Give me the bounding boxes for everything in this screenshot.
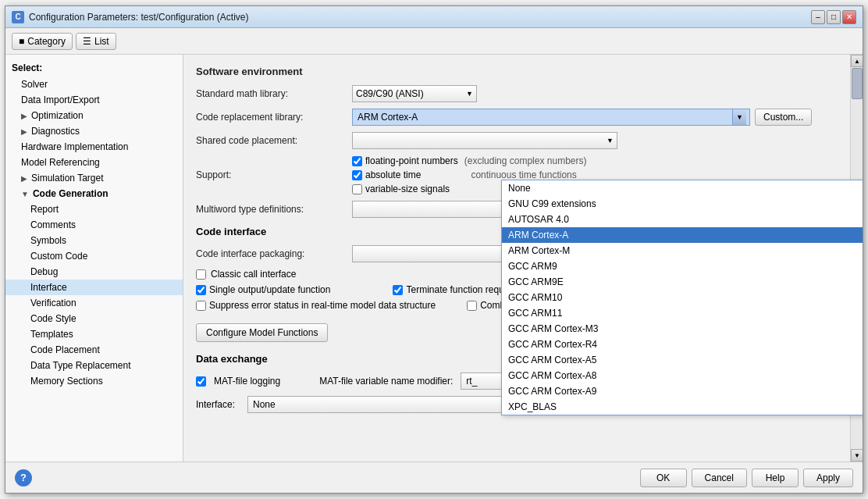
sidebar-item-optimization[interactable]: ▶Optimization: [5, 108, 183, 123]
option-gcc-arm-cortex-m3[interactable]: GCC ARM Cortex-M3: [502, 321, 863, 337]
mat-variable-label: MAT-file variable name modifier:: [319, 376, 453, 387]
title-bar: C Configuration Parameters: test/Configu…: [5, 6, 863, 28]
option-gcc-arm-cortex-a9[interactable]: GCC ARM Cortex-A9: [502, 383, 863, 399]
sidebar-item-templates[interactable]: Templates: [5, 326, 183, 342]
code-repl-arrow-icon: ▼: [732, 109, 746, 125]
std-math-arrow-icon: ▼: [466, 90, 473, 98]
shared-code-row: Shared code placement: ▼: [196, 132, 850, 149]
minimize-button[interactable]: –: [811, 10, 825, 24]
code-repl-row: Code replacement library: ARM Cortex-A ▼…: [196, 109, 850, 126]
abs-time-suffix: continuous time functions: [471, 169, 576, 180]
std-math-control: C89/C90 (ANSI) ▼: [352, 85, 477, 102]
help-icon[interactable]: ?: [15, 469, 32, 487]
sidebar-item-memory-sections[interactable]: Memory Sections: [5, 373, 183, 389]
combine-signal-checkbox[interactable]: [467, 301, 477, 311]
sidebar-select-label: Select:: [5, 59, 183, 77]
shared-code-dropdown[interactable]: ▼: [352, 132, 617, 149]
std-math-label: Standard math library:: [196, 88, 352, 99]
option-xpc-blas[interactable]: XPC_BLAS: [502, 399, 863, 415]
std-math-row: Standard math library: C89/C90 (ANSI) ▼: [196, 85, 850, 102]
code-interface-pkg-label: Code interface packaging:: [196, 248, 352, 259]
support-label: Support:: [196, 169, 352, 180]
sidebar-item-hardware[interactable]: Hardware Implementation: [5, 139, 183, 155]
terminate-checkbox[interactable]: [393, 285, 403, 295]
software-env-title: Software environment: [196, 66, 850, 77]
mat-logging-label: MAT-file logging: [214, 376, 280, 387]
sidebar-item-report[interactable]: Report: [5, 201, 183, 217]
single-output-checkbox[interactable]: [196, 285, 206, 295]
sidebar-item-code-placement[interactable]: Code Placement: [5, 342, 183, 358]
option-gcc-arm-cortex-r4[interactable]: GCC ARM Cortex-R4: [502, 337, 863, 352]
category-icon: ■: [19, 36, 24, 47]
suppress-error-label: Suppress error status in real-time model…: [209, 300, 436, 311]
floating-point-checkbox[interactable]: [352, 156, 362, 166]
mat-logging-checkbox[interactable]: [196, 376, 206, 387]
interface-label: Interface:: [196, 399, 235, 410]
window-icon: C: [12, 11, 24, 23]
main-window: C Configuration Parameters: test/Configu…: [5, 5, 863, 494]
sidebar-item-code-gen[interactable]: ▼Code Generation: [5, 186, 183, 201]
sidebar-item-data-type-rep[interactable]: Data Type Replacement: [5, 358, 183, 373]
custom-button[interactable]: Custom...: [755, 109, 812, 126]
option-gnu-c99[interactable]: GNU C99 extensions: [502, 196, 863, 212]
list-button[interactable]: ☰ List: [76, 33, 116, 50]
absolute-time-checkbox[interactable]: [352, 170, 362, 180]
shared-code-label: Shared code placement:: [196, 135, 352, 146]
content-area: Software environment Standard math libra…: [183, 55, 863, 462]
option-gcc-arm-cortex-a5[interactable]: GCC ARM Cortex-A5: [502, 352, 863, 368]
code-repl-control: ARM Cortex-A ▼ Custom...: [352, 109, 812, 126]
sidebar-item-solver[interactable]: Solver: [5, 77, 183, 92]
sidebar-item-verification[interactable]: Verification: [5, 295, 183, 311]
sidebar-item-diagnostics[interactable]: ▶Diagnostics: [5, 123, 183, 139]
sidebar-item-data-import[interactable]: Data Import/Export: [5, 92, 183, 108]
floating-point-label: floating-point numbers: [365, 155, 458, 166]
option-gcc-arm10[interactable]: GCC ARM10: [502, 290, 863, 305]
cancel-button[interactable]: Cancel: [692, 469, 747, 487]
classic-call-label: Classic call interface: [211, 269, 296, 280]
right-panel: Software environment Standard math libra…: [183, 55, 863, 462]
shared-code-arrow-icon: ▼: [607, 137, 614, 144]
list-icon: ☰: [83, 36, 91, 47]
sidebar-item-code-style[interactable]: Code Style: [5, 311, 183, 326]
classic-call-checkbox[interactable]: [196, 269, 206, 280]
bottom-bar: ? OK Cancel Help Apply: [5, 462, 863, 493]
sidebar-item-custom-code[interactable]: Custom Code: [5, 248, 183, 264]
option-arm-cortex-a[interactable]: ARM Cortex-A: [502, 227, 863, 243]
close-button[interactable]: ✕: [842, 10, 856, 24]
window-title: Configuration Parameters: test/Configura…: [29, 12, 811, 23]
sidebar-item-comments[interactable]: Comments: [5, 217, 183, 233]
code-repl-dropdown[interactable]: ARM Cortex-A ▼: [352, 109, 750, 126]
sidebar-item-interface[interactable]: Interface: [5, 280, 183, 295]
support-suffix: (excluding complex numbers): [464, 155, 587, 166]
scroll-down-button[interactable]: ▼: [851, 449, 863, 462]
sidebar-item-symbols[interactable]: Symbols: [5, 233, 183, 248]
suppress-error-checkbox[interactable]: [196, 301, 206, 311]
configure-model-button[interactable]: Configure Model Functions: [196, 323, 328, 342]
code-repl-label: Code replacement library:: [196, 112, 352, 123]
sidebar-item-debug[interactable]: Debug: [5, 264, 183, 280]
code-repl-dropdown-open: None GNU C99 extensions AUTOSAR 4.0 ARM …: [501, 180, 863, 415]
option-none[interactable]: None: [502, 180, 863, 196]
option-autosar[interactable]: AUTOSAR 4.0: [502, 212, 863, 227]
ok-button[interactable]: OK: [640, 469, 687, 487]
sidebar-item-model-ref[interactable]: Model Referencing: [5, 155, 183, 170]
option-gcc-arm11[interactable]: GCC ARM11: [502, 305, 863, 321]
option-gcc-arm9e[interactable]: GCC ARM9E: [502, 274, 863, 290]
maximize-button[interactable]: □: [827, 10, 841, 24]
category-button[interactable]: ■ Category: [12, 33, 73, 50]
toolbar: ■ Category ☰ List: [5, 28, 863, 55]
variable-size-checkbox[interactable]: [352, 184, 362, 194]
absolute-time-label: absolute time: [365, 169, 421, 180]
scroll-up-button[interactable]: ▲: [851, 55, 863, 67]
std-math-dropdown[interactable]: C89/C90 (ANSI) ▼: [352, 85, 477, 102]
option-gcc-arm-cortex-a8[interactable]: GCC ARM Cortex-A8: [502, 368, 863, 383]
variable-size-label: variable-size signals: [365, 184, 450, 194]
option-gcc-arm9[interactable]: GCC ARM9: [502, 258, 863, 274]
option-arm-cortex-m[interactable]: ARM Cortex-M: [502, 243, 863, 258]
main-content: Select: Solver Data Import/Export ▶Optim…: [5, 55, 863, 462]
help-button[interactable]: Help: [752, 469, 799, 487]
apply-button[interactable]: Apply: [803, 469, 853, 487]
scroll-thumb[interactable]: [852, 68, 863, 99]
sidebar-item-sim-target[interactable]: ▶Simulation Target: [5, 170, 183, 186]
shared-code-control: ▼: [352, 132, 617, 149]
